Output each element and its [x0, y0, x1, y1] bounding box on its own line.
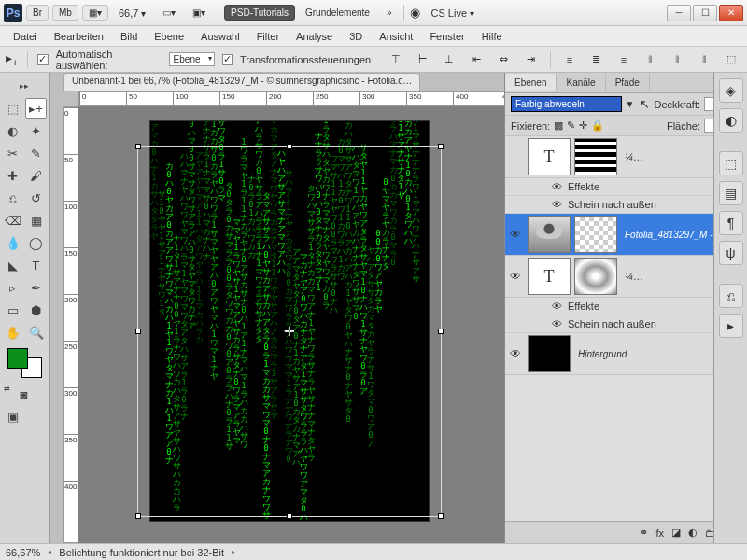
menu-ansicht[interactable]: Ansicht: [372, 28, 420, 45]
crop-tool[interactable]: ✂: [2, 143, 23, 163]
minimize-button[interactable]: ─: [667, 5, 691, 21]
3d-tool[interactable]: ⬢: [25, 300, 47, 320]
eraser-tool[interactable]: ⌫: [2, 210, 23, 231]
cslive-button[interactable]: CS Live ▾: [424, 5, 480, 21]
align-bottom-icon[interactable]: ⊥: [440, 50, 459, 69]
visibility-icon[interactable]: 👁: [552, 181, 562, 192]
hand-tool[interactable]: ✋: [2, 322, 23, 343]
layer-mask[interactable]: [574, 258, 617, 295]
auto-select-target[interactable]: Ebene: [169, 52, 215, 66]
layer-row[interactable]: 👁 Fotolia_4813297_M - ©…: [505, 214, 713, 256]
menu-auswahl[interactable]: Auswahl: [193, 28, 247, 45]
lock-paint-icon[interactable]: ✎: [567, 119, 575, 132]
canvas[interactable]: タ 1 ア マ カ 0 ハ ナ 1 カ サ ハ タ タ ラ ヤ サ 1 0 ヤ …: [149, 120, 430, 522]
zoom-readout[interactable]: 66,67%: [6, 547, 40, 558]
document-tab[interactable]: Unbenannt-1 bei 66,7% (Fotolia_4813297_M…: [63, 73, 420, 91]
layer-mask[interactable]: [574, 138, 617, 175]
align-hmid-icon[interactable]: ⇔: [494, 50, 514, 69]
history-brush-tool[interactable]: ↺: [25, 188, 47, 208]
zoom-level-dropdown[interactable]: 66,7 ▾: [112, 5, 152, 21]
dock-character-icon[interactable]: ¶: [719, 211, 743, 235]
lasso-tool[interactable]: ◐: [2, 120, 23, 141]
stamp-tool[interactable]: ⎌: [2, 188, 23, 208]
blur-tool[interactable]: 💧: [2, 232, 23, 253]
tab-pfade[interactable]: Pfade: [606, 74, 650, 91]
brush-tool[interactable]: 🖌: [25, 165, 47, 186]
fx-icon[interactable]: fx: [655, 527, 664, 539]
lock-move-icon[interactable]: ✛: [579, 119, 587, 132]
type-tool[interactable]: T: [25, 255, 47, 275]
visibility-icon[interactable]: 👁: [505, 347, 526, 360]
align-left-icon[interactable]: ⇤: [467, 50, 486, 69]
minibridge-button[interactable]: Mb: [52, 5, 78, 21]
layer-thumb[interactable]: [528, 335, 571, 372]
align-vmid-icon[interactable]: ⊢: [413, 50, 432, 69]
dist-hmid-icon[interactable]: ⦀: [668, 50, 687, 69]
layer-name[interactable]: Fotolia_4813297_M - ©…: [619, 230, 713, 240]
layer-row[interactable]: T ¼… fx ▾: [505, 136, 713, 178]
dock-adjustments-icon[interactable]: ◐: [719, 108, 743, 133]
link-layers-icon[interactable]: ⚭: [640, 526, 648, 539]
menu-fenster[interactable]: Fenster: [422, 28, 472, 45]
auto-select-checkbox[interactable]: [37, 54, 48, 65]
layer-name[interactable]: Hintergrund: [572, 349, 713, 359]
workspace-more[interactable]: »: [380, 5, 399, 21]
maximize-button[interactable]: ☐: [693, 5, 717, 21]
visibility-icon[interactable]: 👁: [505, 228, 526, 241]
visibility-icon[interactable]: 👁: [552, 301, 562, 312]
workspace-grundelemente[interactable]: Grundelemente: [299, 5, 376, 21]
dist-bottom-icon[interactable]: ≡: [613, 50, 633, 69]
dist-left-icon[interactable]: ⦀: [641, 50, 660, 69]
menu-bearbeiten[interactable]: Bearbeiten: [47, 28, 111, 45]
blend-mode-dropdown[interactable]: Farbig abwedeln: [511, 96, 622, 112]
wand-tool[interactable]: ✦: [25, 120, 47, 141]
menu-3d[interactable]: 3D: [342, 28, 370, 45]
dock-swatches-icon[interactable]: ⬚: [719, 151, 743, 175]
visibility-icon[interactable]: 👁: [552, 318, 562, 329]
collapse-icon[interactable]: ▸▸: [2, 76, 47, 96]
eyedropper-tool[interactable]: ✎: [25, 143, 47, 163]
layer-thumb[interactable]: T: [528, 258, 571, 295]
marquee-tool[interactable]: ⬚: [2, 98, 23, 119]
gradient-tool[interactable]: ▦: [25, 210, 47, 231]
dock-history-icon[interactable]: ⎌: [719, 284, 743, 308]
auto-align-icon[interactable]: ⬚: [722, 50, 741, 69]
zoom-tool[interactable]: 🔍: [25, 322, 47, 343]
dist-vmid-icon[interactable]: ≣: [587, 50, 607, 69]
layer-name[interactable]: ¼…: [619, 151, 713, 162]
layer-thumb[interactable]: [528, 216, 571, 253]
layer-row[interactable]: 👁 T ¼… fx ▾: [505, 256, 713, 298]
layer-mask[interactable]: [574, 216, 617, 253]
menu-analyse[interactable]: Analyse: [289, 28, 340, 45]
dock-layers-icon[interactable]: ◈: [719, 78, 743, 103]
fill-input[interactable]: 100%: [704, 119, 713, 133]
path-tool[interactable]: ◣: [2, 255, 23, 275]
menu-filter[interactable]: Filter: [249, 28, 287, 45]
color-swatch[interactable]: [7, 348, 42, 378]
align-top-icon[interactable]: ⊤: [386, 50, 405, 69]
lock-trans-icon[interactable]: ▩: [554, 119, 563, 132]
tab-kanaele[interactable]: Kanäle: [557, 74, 605, 91]
layer-thumb[interactable]: T: [528, 138, 571, 175]
direct-select-tool[interactable]: ▹: [2, 277, 23, 298]
opacity-input[interactable]: 100%: [704, 97, 713, 111]
dist-top-icon[interactable]: ≡: [560, 50, 580, 69]
close-button[interactable]: ✕: [719, 5, 743, 21]
bridge-button[interactable]: Br: [26, 5, 49, 21]
ruler-vertical[interactable]: 050100150200250300350400: [63, 106, 78, 543]
menu-hilfe[interactable]: Hilfe: [474, 28, 510, 45]
menu-bild[interactable]: Bild: [113, 28, 145, 45]
align-right-icon[interactable]: ⇥: [521, 50, 541, 69]
tab-ebenen[interactable]: Ebenen: [505, 74, 557, 91]
swap-colors-icon[interactable]: ⇄: [2, 384, 11, 393]
screenmode-tool[interactable]: ▣: [2, 406, 23, 427]
layer-name[interactable]: ¼…: [619, 271, 713, 282]
dock-actions-icon[interactable]: ▸: [719, 314, 743, 338]
move-tool[interactable]: ▸+: [25, 98, 47, 119]
visibility-icon[interactable]: 👁: [552, 199, 562, 210]
screen-mode-button[interactable]: ▣▾: [186, 5, 212, 21]
menu-ebene[interactable]: Ebene: [147, 28, 191, 45]
heal-tool[interactable]: ✚: [2, 165, 23, 186]
adjustment-icon[interactable]: ◐: [688, 526, 698, 539]
layer-row[interactable]: 👁 Hintergrund 🔒: [505, 333, 713, 375]
